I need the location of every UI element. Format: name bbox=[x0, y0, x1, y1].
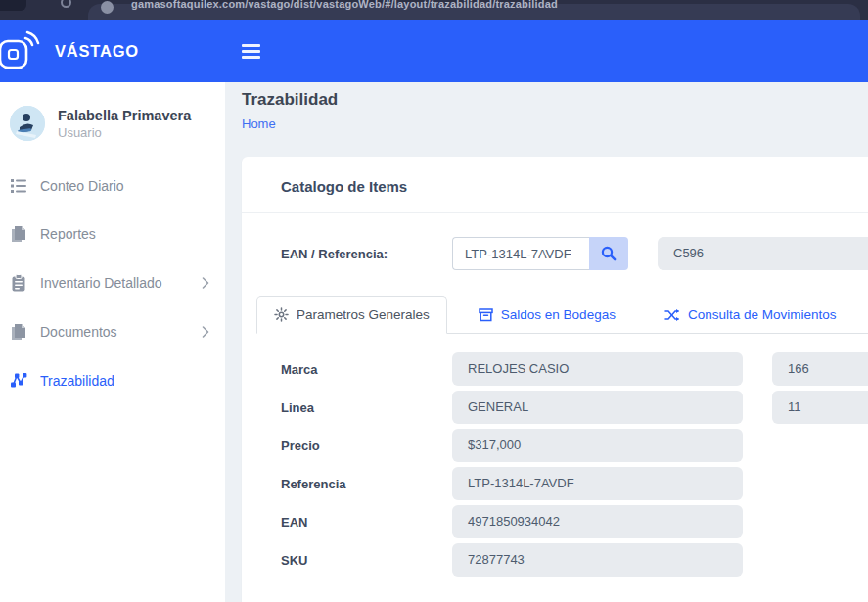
sidebar-item-label: Reportes bbox=[40, 226, 209, 242]
field-row-ean: EAN 4971850934042 bbox=[281, 505, 868, 538]
field-label: Marca bbox=[281, 362, 452, 377]
documents-icon bbox=[10, 323, 27, 341]
main-content: Trazabilidad Home Catalogo de Items EAN … bbox=[225, 82, 868, 602]
ean-referencia-label: EAN / Referencia: bbox=[281, 247, 452, 261]
sidebar-item-conteo-diario[interactable]: Conteo Diario bbox=[0, 162, 225, 209]
parametros-generales-panel: Marca RELOJES CASIO 166 Linea GENERAL 11… bbox=[242, 334, 868, 601]
card-title: Catalogo de Items bbox=[281, 178, 407, 195]
field-value: LTP-1314L-7AVDF bbox=[452, 467, 743, 500]
search-icon bbox=[601, 246, 617, 261]
ean-referencia-input[interactable] bbox=[452, 237, 589, 270]
rfid-tag-logo-icon bbox=[0, 29, 41, 72]
field-value: GENERAL bbox=[452, 391, 743, 424]
field-label: Precio bbox=[281, 439, 452, 453]
field-row-referencia: Referencia LTP-1314L-7AVDF bbox=[281, 467, 868, 500]
page-title: Trazabilidad bbox=[242, 90, 868, 110]
user-name: Falabella Primavera bbox=[58, 108, 191, 123]
chevron-right-icon bbox=[202, 277, 209, 289]
item-code-readonly: C596 bbox=[658, 237, 868, 270]
sidebar-item-label: Documentos bbox=[40, 324, 202, 340]
warehouse-box-icon bbox=[479, 308, 493, 322]
clipboard-icon bbox=[10, 274, 27, 292]
sidebar: Falabella Primavera Usuario Conteo Diari… bbox=[0, 82, 225, 602]
chevron-right-icon bbox=[202, 326, 209, 338]
report-file-icon bbox=[10, 225, 27, 243]
tab-parametros-generales[interactable]: Parametros Generales bbox=[256, 296, 447, 334]
sidebar-item-trazabilidad[interactable]: Trazabilidad bbox=[0, 356, 225, 404]
app-header: VÁSTAGO bbox=[0, 20, 868, 82]
browser-tab-edge bbox=[0, 0, 26, 11]
field-value: 72877743 bbox=[452, 543, 743, 577]
address-bar[interactable]: gamasoftaquilex.com/vastago/dist/vastago… bbox=[88, 4, 860, 20]
url-text[interactable]: gamasoftaquilex.com/vastago/dist/vastago… bbox=[131, 0, 558, 10]
field-label: EAN bbox=[281, 515, 452, 530]
field-code: 166 bbox=[772, 352, 868, 386]
network-nodes-icon bbox=[10, 372, 27, 389]
field-value: $317,000 bbox=[452, 429, 743, 462]
field-row-sku: SKU 72877743 bbox=[281, 543, 868, 577]
sidebar-item-label: Conteo Diario bbox=[40, 178, 209, 194]
user-block[interactable]: Falabella Primavera Usuario bbox=[0, 102, 225, 162]
sidebar-item-reportes[interactable]: Reportes bbox=[0, 209, 225, 258]
browser-bar: gamasoftaquilex.com/vastago/dist/vastago… bbox=[0, 0, 868, 20]
tab-label: Consulta de Movimientos bbox=[688, 307, 837, 322]
hamburger-menu-icon[interactable] bbox=[242, 41, 260, 62]
search-row: EAN / Referencia: C596 bbox=[242, 213, 868, 280]
tab-saldos-en-bodegas[interactable]: Saldos en Bodegas bbox=[461, 296, 633, 334]
brand-name: VÁSTAGO bbox=[55, 42, 139, 61]
field-value: RELOJES CASIO bbox=[452, 352, 743, 386]
search-button[interactable] bbox=[589, 237, 628, 270]
browser-extension-icon[interactable] bbox=[61, 0, 71, 8]
tab-label: Saldos en Bodegas bbox=[501, 307, 616, 322]
header-main bbox=[225, 20, 868, 82]
field-row-linea: Linea GENERAL 11 bbox=[281, 391, 868, 424]
breadcrumb-home-link[interactable]: Home bbox=[242, 116, 276, 131]
field-row-marca: Marca RELOJES CASIO 166 bbox=[281, 352, 868, 386]
catalog-card: Catalogo de Items EAN / Referencia: bbox=[242, 157, 868, 602]
field-label: Referencia bbox=[281, 477, 452, 491]
sidebar-item-label: Trazabilidad bbox=[40, 373, 209, 389]
gear-icon bbox=[274, 307, 289, 322]
shuffle-icon bbox=[664, 308, 680, 322]
field-row-precio: Precio $317,000 bbox=[281, 429, 868, 462]
field-label: Linea bbox=[281, 400, 452, 415]
site-favicon bbox=[101, 1, 114, 14]
user-role: Usuario bbox=[58, 125, 191, 140]
sidebar-item-documentos[interactable]: Documentos bbox=[0, 307, 225, 356]
sidebar-item-label: Inventario Detallado bbox=[40, 275, 202, 291]
card-header: Catalogo de Items bbox=[242, 157, 868, 213]
sidebar-item-inventario-detallado[interactable]: Inventario Detallado bbox=[0, 258, 225, 307]
tab-consulta-de-movimientos[interactable]: Consulta de Movimientos bbox=[647, 296, 854, 334]
field-code: 11 bbox=[772, 391, 868, 424]
tab-label: Parametros Generales bbox=[297, 307, 430, 322]
field-label: SKU bbox=[281, 553, 452, 568]
tabs: Parametros Generales Saldos en Bodegas bbox=[256, 296, 868, 334]
avatar bbox=[10, 106, 45, 141]
ordered-list-icon bbox=[10, 178, 27, 194]
brand-zone[interactable]: VÁSTAGO bbox=[0, 20, 225, 82]
field-value: 4971850934042 bbox=[452, 505, 743, 538]
